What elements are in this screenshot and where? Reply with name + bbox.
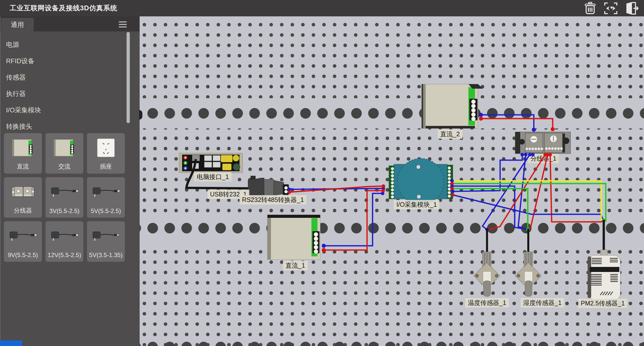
- wire-red[interactable]: [550, 155, 603, 222]
- component-card-socket[interactable]: 插座: [87, 133, 125, 174]
- wire-red[interactable]: [324, 191, 383, 250]
- component-card-dc[interactable]: 直流: [4, 133, 42, 174]
- device-label: PM2.5传感器_1: [578, 299, 627, 308]
- menu-item-actuator[interactable]: 执行器: [6, 86, 112, 102]
- sidebar-tab-row: 通用: [1, 16, 140, 31]
- device-temp-sensor-1[interactable]: [474, 229, 500, 296]
- adapter-icon: [46, 180, 83, 204]
- component-card-adapter-9v[interactable]: 9V(5.5-2.5): [4, 221, 42, 262]
- device-dc-power-1[interactable]: [267, 215, 320, 260]
- component-card-label: 5V(5.5-2.5): [87, 207, 125, 215]
- component-card-adapter-5v-135[interactable]: 5V(3.5-1.35): [87, 221, 125, 262]
- wire-green[interactable]: [452, 189, 528, 229]
- component-card-label: 12V(5.5-2.5): [46, 252, 83, 259]
- adapter-icon: [87, 224, 125, 248]
- adapter-icon: [46, 224, 83, 248]
- device-label: 电脑接口_1: [194, 172, 231, 182]
- device-humidity-sensor-1[interactable]: [515, 229, 542, 296]
- component-sidebar: 通用 电源 RFID设备 传感器 执行器 I/O采集模块 转换接头: [0, 16, 140, 346]
- component-card-label: 3V(5.5-2.5): [46, 207, 83, 215]
- component-card-label: 插座: [87, 162, 125, 170]
- view-icon[interactable]: [604, 2, 618, 15]
- device-io-module-1[interactable]: [389, 158, 453, 205]
- device-label: 直流_2: [438, 129, 462, 139]
- component-card-adapter-5v[interactable]: 5V(5.5-2.5): [87, 177, 125, 218]
- component-card-adapter-3v[interactable]: 3V(5.5-2.5): [45, 177, 84, 218]
- component-card-label: 直流: [4, 162, 42, 170]
- component-card-label: 5V(3.5-1.35): [87, 252, 125, 259]
- menu-item-sensor[interactable]: 传感器: [6, 69, 112, 86]
- menu-icon[interactable]: [119, 21, 127, 28]
- device-pc-interface-1[interactable]: [179, 153, 243, 173]
- adapter-icon: [87, 180, 125, 204]
- wire-blue[interactable]: [453, 186, 527, 229]
- app-title: 工业互联网设备及接线3D仿真系统: [10, 0, 117, 16]
- menu-item-adapter[interactable]: 转换接头: [6, 118, 112, 135]
- exit-icon[interactable]: [624, 2, 638, 15]
- device-pm25-sensor-1[interactable]: [588, 220, 620, 300]
- tab-general[interactable]: 通用: [1, 18, 34, 31]
- component-card-label: 9V(5.5-2.5): [4, 252, 42, 259]
- wire-blue[interactable]: [481, 115, 534, 129]
- sidebar-scrollbar[interactable]: [127, 32, 130, 123]
- device-splitter-1[interactable]: [515, 132, 571, 154]
- menu-item-power[interactable]: 电源: [6, 37, 112, 53]
- device-label: RS232转485转换器_1: [239, 195, 306, 204]
- component-grid: 直流 交流: [4, 133, 127, 262]
- wire-red[interactable]: [481, 119, 553, 129]
- component-card-label: 分线器: [4, 206, 42, 215]
- app-window: 直流_2 电脑接口_1 USB转232_1 RS232转485转换器_1 I/O…: [0, 0, 644, 346]
- wire-red[interactable]: [488, 155, 545, 229]
- device-label: I/O采集模块_1: [394, 200, 439, 209]
- device-label: 湿度传感器_1: [521, 298, 564, 307]
- menu-item-io-module[interactable]: I/O采集模块: [6, 102, 112, 118]
- component-card-label: 交流: [46, 162, 83, 170]
- trash-icon[interactable]: [583, 2, 597, 15]
- ac-power-box-icon: [46, 136, 83, 160]
- device-label: 温度传感器_1: [465, 298, 509, 307]
- adapter-icon: [4, 224, 42, 248]
- component-card-ac[interactable]: 交流: [45, 133, 84, 174]
- wire-blue[interactable]: [482, 155, 530, 229]
- socket-icon: [87, 136, 125, 160]
- component-card-adapter-12v[interactable]: 12V(5.5-2.5): [45, 221, 84, 262]
- dc-power-box-icon: [4, 136, 42, 160]
- category-menu: 电源 RFID设备 传感器 执行器 I/O采集模块 转换接头: [6, 37, 112, 135]
- component-card-splitter[interactable]: 分线器: [4, 177, 42, 218]
- splitter-icon: [4, 180, 42, 204]
- wire-blue[interactable]: [324, 193, 382, 246]
- title-bar: 工业互联网设备及接线3D仿真系统: [0, 0, 644, 16]
- bottom-left-accent: [0, 340, 22, 346]
- menu-item-rfid[interactable]: RFID设备: [6, 53, 112, 69]
- device-label: 直流_1: [283, 261, 308, 270]
- device-dc-power-2[interactable]: [422, 84, 483, 128]
